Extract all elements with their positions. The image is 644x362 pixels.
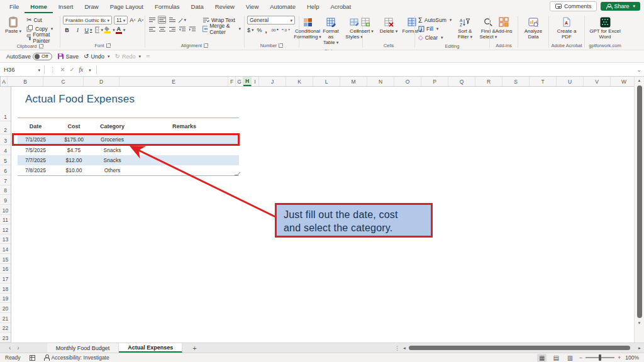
increase-font-icon[interactable]: A˄: [130, 16, 136, 25]
sheet-grid[interactable]: Actual Food Expenses Date Cost Category …: [11, 87, 634, 343]
column-header-U[interactable]: U: [557, 77, 584, 86]
table-row[interactable]: 7/5/2025$4.75Snacks: [18, 145, 239, 156]
scroll-up-icon[interactable]: ▲: [638, 77, 641, 84]
comma-button[interactable]: ,: [265, 26, 267, 34]
row-header-10[interactable]: 10: [0, 205, 11, 215]
scroll-right-icon[interactable]: ►: [638, 346, 641, 350]
column-header-M[interactable]: M: [340, 77, 367, 86]
analyze-data-button[interactable]: Analyze Data: [521, 16, 546, 40]
column-header-H[interactable]: H: [243, 77, 252, 86]
zoom-out-icon[interactable]: −: [579, 354, 582, 361]
increase-decimal-icon[interactable]: .00: [270, 26, 279, 34]
share-button[interactable]: Share: [601, 2, 640, 11]
next-sheet-icon[interactable]: ›: [17, 344, 19, 351]
row-header-14[interactable]: 14: [0, 244, 11, 254]
percent-button[interactable]: %: [257, 26, 262, 34]
align-top-icon[interactable]: [148, 16, 156, 24]
insert-cells-button[interactable]: Insert: [355, 16, 376, 35]
decrease-font-icon[interactable]: A˅: [138, 16, 144, 25]
sheet-tab-actual-expenses[interactable]: Actual Expenses: [119, 343, 182, 353]
table-cell-category[interactable]: Snacks: [104, 145, 121, 156]
tab-splitter-handle[interactable]: ⋮: [394, 345, 400, 351]
align-bottom-icon[interactable]: [168, 16, 176, 24]
zoom-slider[interactable]: − +: [579, 354, 621, 361]
ribbon-tab-data[interactable]: Data: [186, 1, 209, 13]
delete-cells-button[interactable]: Delete: [378, 16, 399, 35]
horizontal-scroll-thumb[interactable]: [409, 346, 630, 350]
insert-function-icon[interactable]: fx: [79, 67, 83, 73]
number-dialog-launcher[interactable]: [279, 43, 283, 48]
ribbon-tab-review[interactable]: Review: [209, 1, 240, 13]
ribbon-tab-file[interactable]: File: [4, 1, 25, 13]
normal-view-button[interactable]: ▦: [537, 354, 547, 362]
row-header-17[interactable]: 17: [0, 273, 11, 283]
page-break-view-button[interactable]: ▥: [565, 354, 575, 362]
vertical-scroll-thumb[interactable]: [637, 85, 642, 318]
row-header-18[interactable]: 18: [0, 283, 11, 293]
row-header-21[interactable]: 21: [0, 313, 11, 323]
macro-record-icon[interactable]: [30, 355, 35, 361]
ribbon-tab-help[interactable]: Help: [301, 1, 325, 13]
page-layout-view-button[interactable]: ▤: [551, 354, 560, 362]
row-header-3[interactable]: 3: [0, 134, 11, 145]
ribbon-tab-draw[interactable]: Draw: [79, 1, 104, 13]
confirm-entry-icon[interactable]: ✓: [69, 66, 74, 73]
column-header-C[interactable]: C: [43, 77, 84, 86]
zoom-knob[interactable]: [599, 354, 601, 361]
column-header-V[interactable]: V: [584, 77, 611, 86]
sheet-tab-monthly-food-budget[interactable]: Monthly Food Budget: [47, 343, 119, 353]
column-header-D[interactable]: D: [84, 77, 119, 86]
clipboard-dialog-launcher[interactable]: [39, 44, 43, 48]
expand-formula-bar-icon[interactable]: ⌄: [634, 67, 644, 73]
alignment-dialog-launcher[interactable]: [204, 43, 208, 48]
align-right-icon[interactable]: [168, 25, 176, 33]
bold-button[interactable]: B: [63, 26, 71, 34]
row-header-9[interactable]: 9: [0, 195, 11, 205]
autosum-button[interactable]: ΣAutoSum: [418, 16, 452, 24]
table-cell-cost[interactable]: $10.00: [66, 165, 82, 175]
row-header-8[interactable]: 8: [0, 185, 11, 195]
zoom-in-icon[interactable]: +: [618, 354, 621, 361]
table-row[interactable]: 7/8/2025$10.00Others: [18, 165, 239, 175]
gpt-button[interactable]: GPT for Excel Word: [587, 16, 623, 40]
align-left-icon[interactable]: [148, 25, 156, 33]
row-header-11[interactable]: 11: [0, 215, 11, 225]
column-header-G[interactable]: G: [236, 77, 243, 86]
cut-button[interactable]: ✂Cut: [26, 16, 57, 24]
column-header-L[interactable]: L: [313, 77, 340, 86]
row-header-13[interactable]: 13: [0, 234, 11, 244]
table-row[interactable]: 7/7/2025$12.00Snacks: [18, 155, 239, 165]
table-cell-category[interactable]: Others: [104, 165, 121, 175]
scroll-down-icon[interactable]: ▼: [638, 319, 641, 327]
column-header-O[interactable]: O: [394, 77, 421, 86]
comments-button[interactable]: Comments: [550, 1, 597, 11]
font-dialog-launcher[interactable]: [106, 43, 111, 48]
ribbon-tab-view[interactable]: View: [240, 1, 264, 13]
save-button[interactable]: Save: [57, 53, 79, 60]
column-header-P[interactable]: P: [421, 77, 448, 86]
currency-button[interactable]: $: [247, 26, 254, 34]
column-header-E[interactable]: E: [119, 77, 228, 86]
row-header-19[interactable]: 19: [0, 293, 11, 304]
column-header-S[interactable]: S: [502, 77, 530, 86]
horizontal-scrollbar[interactable]: ⋮ ◄ ►: [394, 343, 644, 353]
orientation-button[interactable]: [178, 16, 186, 24]
create-pdf-button[interactable]: A Create a PDF: [552, 16, 582, 40]
align-middle-icon[interactable]: [158, 16, 166, 24]
increase-indent-icon[interactable]: [188, 25, 196, 33]
column-header-K[interactable]: K: [286, 77, 313, 86]
conditional-formatting-button[interactable]: Conditional Formatting: [297, 16, 318, 40]
font-name-select[interactable]: Franklin Gothic Boo: [63, 16, 112, 25]
italic-button[interactable]: I: [74, 26, 82, 34]
formula-input[interactable]: [97, 63, 634, 76]
column-header-R[interactable]: R: [475, 77, 502, 86]
row-header-6[interactable]: 6: [0, 165, 11, 175]
table-header-category[interactable]: Category: [100, 122, 125, 131]
ribbon-tab-page-layout[interactable]: Page Layout: [104, 1, 149, 13]
clear-button[interactable]: ◇Clear: [418, 33, 452, 41]
table-header-remarks[interactable]: Remarks: [172, 122, 196, 131]
row-header-22[interactable]: 22: [0, 323, 11, 333]
row-header-12[interactable]: 12: [0, 224, 11, 234]
decrease-indent-icon[interactable]: [178, 25, 186, 33]
column-header-I[interactable]: I: [252, 77, 259, 86]
